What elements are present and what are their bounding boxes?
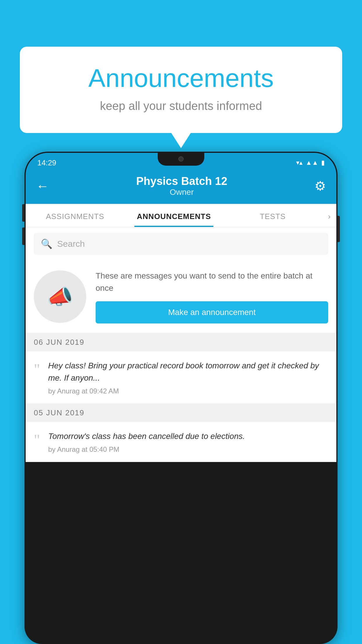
settings-icon[interactable]: ⚙ <box>314 178 326 193</box>
tab-assignments[interactable]: ASSIGNMENTS <box>26 204 124 227</box>
announcement-description: These are messages you want to send to t… <box>96 270 328 294</box>
speech-bubble: Announcements keep all your students inf… <box>20 47 342 133</box>
volume-up-button[interactable] <box>22 204 24 222</box>
message-meta-2: by Anurag at 05:40 PM <box>48 445 328 454</box>
phone-screen: 14:29 ▾▴ ▲▲ ▮ ← Physics Batch 12 Owner ⚙… <box>26 153 336 643</box>
speech-bubble-section: Announcements keep all your students inf… <box>20 47 342 133</box>
tab-announcements[interactable]: ANNOUNCEMENTS <box>124 204 223 227</box>
bubble-subtitle: keep all your students informed <box>43 99 319 113</box>
front-camera <box>178 156 184 162</box>
header-subtitle: Owner <box>136 188 227 197</box>
message-meta-1: by Anurag at 09:42 AM <box>48 387 328 395</box>
announcement-intro: 📣 These are messages you want to send to… <box>26 260 336 333</box>
phone-frame: 14:29 ▾▴ ▲▲ ▮ ← Physics Batch 12 Owner ⚙… <box>24 152 338 644</box>
search-input-wrap[interactable]: 🔍 Search <box>34 233 328 255</box>
quote-icon-2: " <box>34 433 40 448</box>
search-bar: 🔍 Search <box>26 227 336 260</box>
message-item-1[interactable]: " Hey class! Bring your practical record… <box>26 351 336 404</box>
status-time: 14:29 <box>37 158 56 167</box>
tab-more-icon[interactable]: › <box>322 204 336 227</box>
date-divider-2: 05 JUN 2019 <box>26 404 336 422</box>
message-item-2[interactable]: " Tomorrow's class has been cancelled du… <box>26 422 336 462</box>
battery-icon: ▮ <box>321 159 325 167</box>
back-button[interactable]: ← <box>36 179 49 193</box>
tab-tests[interactable]: TESTS <box>223 204 322 227</box>
power-button[interactable] <box>338 216 340 242</box>
app-header: ← Physics Batch 12 Owner ⚙ <box>26 170 336 204</box>
volume-down-button[interactable] <box>22 228 24 245</box>
tab-bar: ASSIGNMENTS ANNOUNCEMENTS TESTS › <box>26 204 336 227</box>
phone-content: 🔍 Search 📣 These are messages you want t… <box>26 227 336 462</box>
search-icon: 🔍 <box>41 238 52 249</box>
search-placeholder: Search <box>57 239 85 249</box>
message-text-1: Hey class! Bring your practical record b… <box>48 360 328 384</box>
phone-notch <box>158 153 204 166</box>
make-announcement-button[interactable]: Make an announcement <box>96 301 328 323</box>
signal-icon: ▲▲ <box>305 159 318 167</box>
announcement-avatar: 📣 <box>34 270 86 323</box>
quote-icon-1: " <box>34 362 40 377</box>
wifi-icon: ▾▴ <box>296 159 303 167</box>
announcement-right: These are messages you want to send to t… <box>96 270 328 323</box>
megaphone-icon: 📣 <box>47 284 73 309</box>
date-divider-1: 06 JUN 2019 <box>26 333 336 351</box>
status-icons: ▾▴ ▲▲ ▮ <box>296 159 325 167</box>
header-title: Physics Batch 12 <box>136 175 227 188</box>
header-center: Physics Batch 12 Owner <box>136 175 227 197</box>
message-content-1: Hey class! Bring your practical record b… <box>48 360 328 395</box>
message-text-2: Tomorrow's class has been cancelled due … <box>48 430 328 442</box>
message-content-2: Tomorrow's class has been cancelled due … <box>48 430 328 454</box>
bubble-title: Announcements <box>43 64 319 92</box>
